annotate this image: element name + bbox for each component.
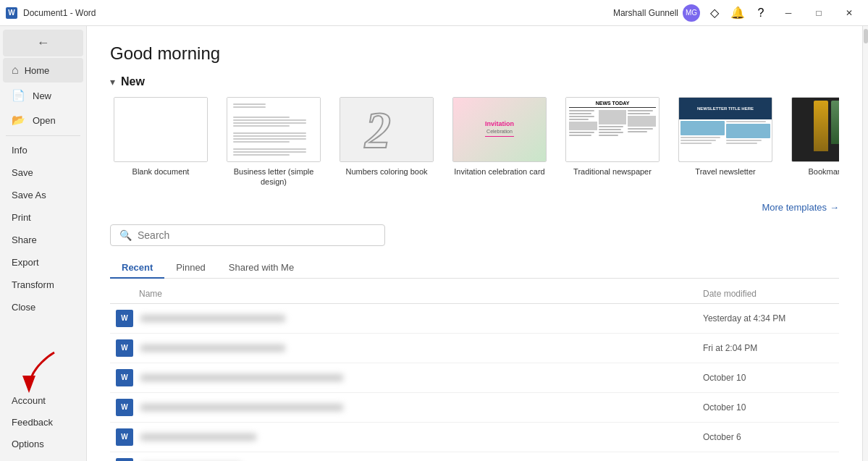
table-row[interactable]: W October 6 [110, 423, 839, 452]
close-label: Close [12, 302, 35, 313]
titlebar-right: Marshall Gunnell MG ◇ 🔔 ? ─ □ ✕ [613, 2, 862, 24]
new-section-title: New [121, 75, 145, 88]
sidebar-item-print[interactable]: Print [0, 207, 86, 228]
business-letter-preview [227, 98, 320, 161]
ribbon-icon[interactable]: ◇ [704, 3, 725, 23]
sidebar-item-home[interactable]: ⌂ Home [3, 58, 83, 83]
account-label: Account [12, 395, 46, 406]
section-toggle-icon[interactable]: ▾ [110, 76, 115, 88]
titlebar-icons: ◇ 🔔 ? [704, 3, 771, 23]
news-col-3 [628, 110, 656, 138]
svg-text:2: 2 [364, 101, 391, 158]
more-templates-label: More templates [762, 202, 827, 213]
file-name-blurred [140, 404, 343, 411]
close-button[interactable]: ✕ [836, 2, 862, 24]
bookmark-strip-1 [814, 101, 828, 151]
maximize-button[interactable]: □ [806, 2, 832, 24]
sidebar-home-label: Home [25, 65, 50, 76]
notification-icon[interactable]: 🔔 [728, 3, 748, 23]
app-body: ← ⌂ Home 📄 New 📂 Open Info Save Save As … [0, 26, 868, 461]
news-cols [569, 110, 656, 138]
template-coloring-book[interactable]: 2 Numbers coloring book [336, 97, 437, 187]
sidebar-item-options[interactable]: Options [0, 433, 86, 454]
sidebar-item-transform[interactable]: Transform [0, 274, 86, 295]
share-label: Share [12, 234, 37, 245]
sidebar: ← ⌂ Home 📄 New 📂 Open Info Save Save As … [0, 26, 87, 461]
word-file-icon: W [116, 310, 133, 327]
file-name-col [140, 404, 703, 411]
titlebar-title: Document1 - Word [23, 8, 96, 18]
home-icon: ⌂ [12, 64, 19, 77]
tab-recent[interactable]: Recent [110, 258, 164, 279]
minimize-button[interactable]: ─ [775, 2, 801, 24]
sidebar-item-account[interactable]: Account [0, 390, 86, 411]
invitation-inner: Invitation Celebration [485, 120, 514, 139]
blank-doc-preview [114, 98, 207, 161]
file-date-1: Yesterday at 4:34 PM [703, 313, 833, 323]
search-input[interactable] [138, 229, 376, 241]
word-file-icon: W [116, 339, 133, 357]
main-content: Good morning ▾ New Blank document [87, 26, 862, 461]
template-thumb-invitation: Invitation Celebration [452, 97, 547, 162]
template-business-letter[interactable]: Business letter (simple design) [223, 97, 324, 187]
newspaper-preview: NEWS TODAY [566, 98, 659, 161]
tab-shared[interactable]: Shared with Me [217, 258, 306, 279]
sidebar-item-close[interactable]: Close [0, 297, 86, 318]
template-thumb-newspaper: NEWS TODAY [565, 97, 660, 162]
file-name-col [140, 315, 703, 322]
sidebar-item-save[interactable]: Save [0, 162, 86, 183]
coloring-svg: 2 [361, 101, 412, 158]
file-name-blurred [140, 374, 343, 381]
table-row[interactable]: W October 10 [110, 393, 839, 423]
open-icon: 📂 [12, 114, 25, 127]
template-newsletter[interactable]: NEWSLETTER TITLE HERE [675, 97, 776, 187]
newsletter-img-2 [726, 124, 770, 138]
titlebar-user: Marshall Gunnell MG [613, 4, 700, 22]
sidebar-item-back[interactable]: ← [3, 30, 83, 56]
titlebar-left: W Document1 - Word [6, 7, 96, 19]
template-thumb-coloring: 2 [340, 97, 434, 162]
sidebar-item-info[interactable]: Info [0, 140, 86, 161]
saveas-label: Save As [12, 190, 46, 200]
table-row[interactable]: W October 10 [110, 363, 839, 393]
sidebar-item-share[interactable]: Share [0, 229, 86, 250]
invitation-preview: Invitation Celebration [453, 98, 546, 161]
newsletter-col-2 [726, 121, 770, 160]
user-name: Marshall Gunnell [613, 8, 678, 18]
table-row[interactable]: W Fri at 2:04 PM [110, 334, 839, 363]
help-icon[interactable]: ? [751, 3, 771, 23]
tab-recent-label: Recent [122, 262, 153, 273]
search-box: 🔍 [110, 224, 385, 246]
sidebar-item-open[interactable]: 📂 Open [0, 109, 86, 132]
tab-pinned[interactable]: Pinned [164, 258, 216, 279]
name-col-label: Name [139, 289, 162, 299]
table-row[interactable]: W Yesterday at 4:34 PM [110, 304, 839, 334]
newsletter-preview: NEWSLETTER TITLE HERE [679, 98, 772, 161]
template-label-invitation: Invitation celebration card [454, 166, 544, 177]
template-thumb-business [227, 97, 321, 162]
sidebar-item-feedback[interactable]: Feedback [0, 412, 86, 433]
file-name-blurred [140, 344, 285, 352]
sidebar-divider [6, 135, 80, 136]
options-label: Options [12, 439, 44, 449]
templates-row: Blank document [110, 97, 839, 187]
template-bookmark[interactable]: Bookmark maker [788, 97, 839, 187]
file-name-col [140, 433, 703, 441]
template-label-blank: Blank document [132, 166, 190, 177]
tab-shared-label: Shared with Me [229, 262, 294, 273]
sidebar-item-export[interactable]: Export [0, 252, 86, 273]
template-blank[interactable]: Blank document [110, 97, 211, 187]
template-thumb-blank [114, 97, 208, 162]
newsletter-header: NEWSLETTER TITLE HERE [679, 98, 772, 119]
titlebar: W Document1 - Word Marshall Gunnell MG ◇… [0, 0, 868, 26]
scrollbar[interactable] [862, 26, 868, 461]
table-row[interactable]: W October 5 [110, 452, 839, 461]
template-invitation[interactable]: Invitation Celebration Invitation celebr… [449, 97, 550, 187]
print-label: Print [12, 212, 31, 223]
template-newspaper[interactable]: NEWS TODAY [562, 97, 663, 187]
word-file-icon: W [116, 428, 133, 446]
sidebar-item-saveas[interactable]: Save As [0, 185, 86, 206]
sidebar-item-new[interactable]: 📄 New [0, 84, 86, 107]
more-templates-link[interactable]: More templates → [762, 202, 839, 213]
template-thumb-bookmark [791, 97, 839, 162]
